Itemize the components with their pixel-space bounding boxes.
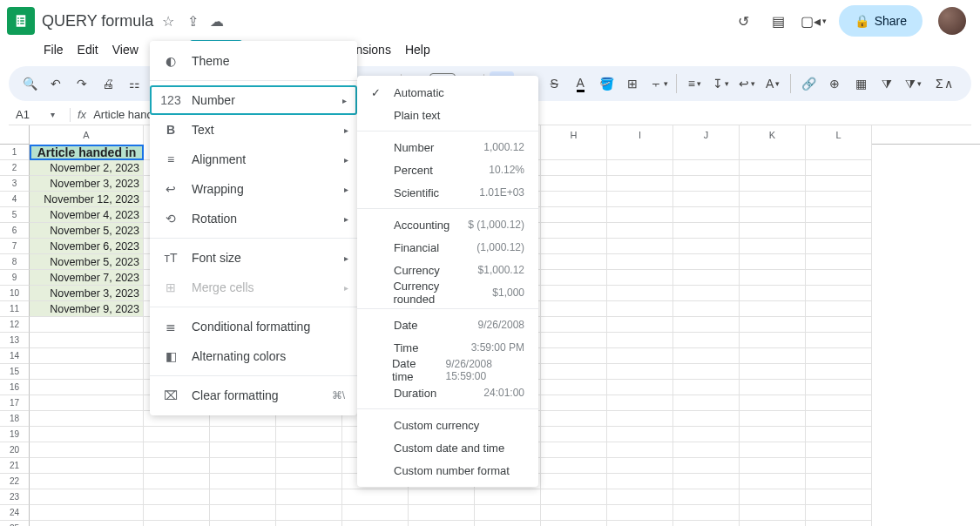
cell[interactable]: Article handed in [30,145,144,160]
strikethrough-button[interactable]: S [542,71,566,96]
cell[interactable] [607,380,673,395]
row-header[interactable]: 3 [0,176,30,192]
cell[interactable] [541,176,607,192]
cell[interactable] [607,474,673,489]
collapse-toolbar-icon[interactable]: ∧ [936,71,961,96]
cell[interactable] [806,223,872,239]
row-header[interactable]: 4 [0,192,30,207]
cell[interactable] [740,458,806,474]
cell[interactable] [144,427,210,442]
row-header[interactable]: 15 [0,364,30,380]
format-menu-font-size[interactable]: тTFont size▸ [150,243,357,273]
number-format-number[interactable]: Number1,000.12 [357,136,538,158]
cell[interactable] [673,254,740,270]
cell[interactable] [144,505,210,521]
cell[interactable] [607,427,673,442]
cell[interactable] [740,160,806,176]
number-format-currency-rounded[interactable]: Currency rounded$1,000 [357,281,538,304]
cell[interactable] [806,348,872,364]
cell[interactable] [607,442,673,458]
row-header[interactable]: 10 [0,286,30,301]
cell[interactable] [30,505,144,521]
cell[interactable] [740,474,806,489]
print-icon[interactable]: 🖨 [96,71,120,96]
cell[interactable] [607,192,673,207]
h-align-button[interactable]: ≡▾ [682,71,706,96]
cell[interactable] [740,427,806,442]
cell[interactable] [541,239,607,254]
cell[interactable] [541,145,607,160]
cell[interactable] [806,442,872,458]
cell[interactable] [541,411,607,427]
format-menu-alternating-colors[interactable]: ◧Alternating colors [150,341,357,371]
cell[interactable] [30,380,144,395]
cell[interactable] [541,192,607,207]
cell[interactable] [30,458,144,474]
cell[interactable] [806,254,872,270]
number-format-time[interactable]: Time3:59:00 PM [357,336,538,359]
cell[interactable] [144,458,210,474]
cell[interactable] [276,505,342,521]
cell[interactable] [740,286,806,301]
cell[interactable] [673,395,740,411]
redo-icon[interactable]: ↷ [70,71,94,96]
cell[interactable] [806,521,872,526]
cell[interactable] [541,348,607,364]
cell[interactable] [673,348,740,364]
cell[interactable] [740,380,806,395]
cell[interactable] [541,333,607,348]
search-menus-icon[interactable]: 🔍 [17,71,42,96]
row-header[interactable]: 17 [0,395,30,411]
menu-file[interactable]: File [37,40,71,59]
cell[interactable] [30,489,144,505]
cell[interactable] [740,254,806,270]
row-header[interactable]: 9 [0,270,30,286]
cell[interactable] [210,505,276,521]
cell[interactable] [30,411,144,427]
cell[interactable] [276,442,342,458]
cell[interactable] [541,489,607,505]
cell[interactable] [673,521,740,526]
comment-add-icon[interactable]: ⊕ [822,71,847,96]
row-header[interactable]: 16 [0,380,30,395]
cell[interactable] [806,364,872,380]
cell[interactable] [740,270,806,286]
cell[interactable] [541,521,607,526]
row-header[interactable]: 24 [0,505,30,521]
comments-icon[interactable]: ▤ [769,11,788,30]
cell[interactable] [276,489,342,505]
cell[interactable] [541,254,607,270]
filter-views-icon[interactable]: ⧩▾ [901,71,925,96]
cell[interactable] [475,505,541,521]
number-format-accounting[interactable]: Accounting$ (1,000.12) [357,213,538,236]
row-header[interactable]: 8 [0,254,30,270]
cell[interactable] [144,521,210,526]
cell[interactable] [673,364,740,380]
cell[interactable]: November 4, 2023 [30,207,144,223]
row-header[interactable]: 5 [0,207,30,223]
merge-cells-button[interactable]: ⫟▾ [646,71,671,96]
select-all-corner[interactable] [0,125,30,145]
move-icon[interactable]: ⇪ [185,13,200,29]
cell[interactable] [673,286,740,301]
cell[interactable] [806,411,872,427]
column-header[interactable]: I [607,125,673,145]
cell[interactable] [342,505,409,521]
number-format-custom-number-format[interactable]: Custom number format [357,459,538,482]
cell[interactable] [541,286,607,301]
cell[interactable] [806,301,872,317]
borders-button[interactable]: ⊞ [620,71,645,96]
cell[interactable] [673,192,740,207]
share-button[interactable]: 🔒 Share [839,5,923,37]
paint-format-icon[interactable]: ⚏ [122,71,146,96]
cell[interactable] [607,239,673,254]
cell[interactable] [144,442,210,458]
insert-chart-icon[interactable]: ▦ [848,71,873,96]
row-header[interactable]: 25 [0,521,30,526]
name-box[interactable]: A1 [9,108,51,121]
cell[interactable] [806,380,872,395]
cell[interactable] [673,301,740,317]
cell[interactable] [409,521,475,526]
cell[interactable] [806,395,872,411]
row-header[interactable]: 2 [0,160,30,176]
